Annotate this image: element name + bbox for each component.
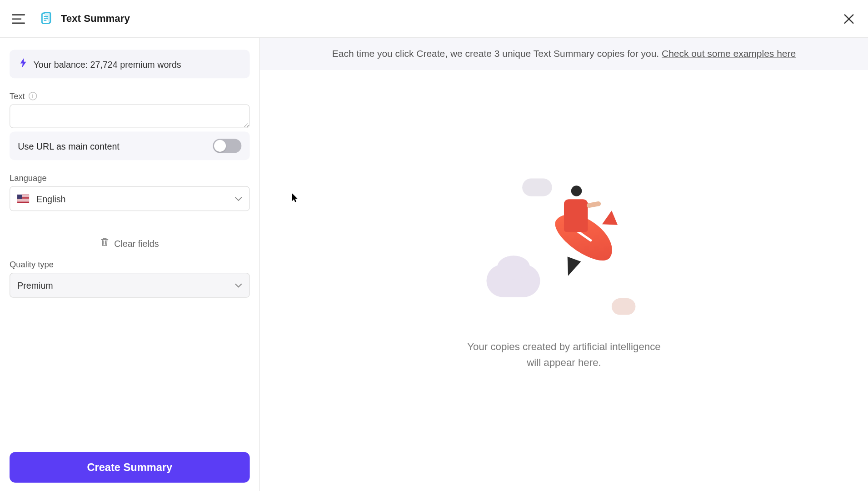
- svg-rect-8: [17, 199, 29, 200]
- hamburger-icon[interactable]: [12, 11, 26, 25]
- trash-icon: [100, 237, 110, 249]
- empty-state-text: Your copies created by artificial intell…: [467, 339, 661, 371]
- document-icon: [38, 10, 55, 27]
- page-title: Text Summary: [61, 13, 130, 25]
- header: Text Summary: [0, 0, 868, 38]
- balance-banner: Your balance: 27,724 premium words: [10, 50, 250, 79]
- quality-select[interactable]: Premium: [10, 273, 250, 298]
- sidebar: Your balance: 27,724 premium words Text …: [0, 38, 260, 491]
- svg-rect-11: [17, 195, 22, 199]
- text-label: Text: [10, 91, 25, 101]
- language-value: English: [36, 194, 66, 204]
- examples-link[interactable]: Check out some examples here: [662, 49, 796, 59]
- url-toggle-label: Use URL as main content: [18, 141, 119, 151]
- clear-fields-label: Clear fields: [114, 238, 159, 248]
- clear-fields-button[interactable]: Clear fields: [10, 237, 250, 249]
- chevron-down-icon: [235, 193, 242, 204]
- chevron-down-icon: [235, 280, 242, 291]
- language-select[interactable]: English: [10, 186, 250, 211]
- close-icon[interactable]: [842, 11, 856, 25]
- empty-state: Your copies created by artificial intell…: [260, 70, 868, 491]
- info-banner: Each time you click Create, we create 3 …: [260, 38, 868, 70]
- svg-rect-10: [17, 201, 29, 202]
- create-summary-button[interactable]: Create Summary: [10, 452, 250, 483]
- bolt-icon: [19, 58, 27, 70]
- quality-label: Quality type: [10, 260, 250, 269]
- url-toggle[interactable]: [213, 139, 241, 153]
- svg-rect-9: [17, 200, 29, 200]
- info-icon[interactable]: i: [29, 92, 37, 100]
- rocket-illustration: [486, 166, 641, 321]
- balance-text: Your balance: 27,724 premium words: [33, 59, 181, 69]
- info-banner-text: Each time you click Create, we create 3 …: [332, 49, 662, 59]
- main-panel: Each time you click Create, we create 3 …: [260, 38, 868, 491]
- url-toggle-row: Use URL as main content: [10, 132, 250, 160]
- quality-value: Premium: [17, 280, 53, 290]
- us-flag-icon: [17, 195, 29, 203]
- text-input[interactable]: [10, 105, 250, 128]
- language-label: Language: [10, 173, 250, 183]
